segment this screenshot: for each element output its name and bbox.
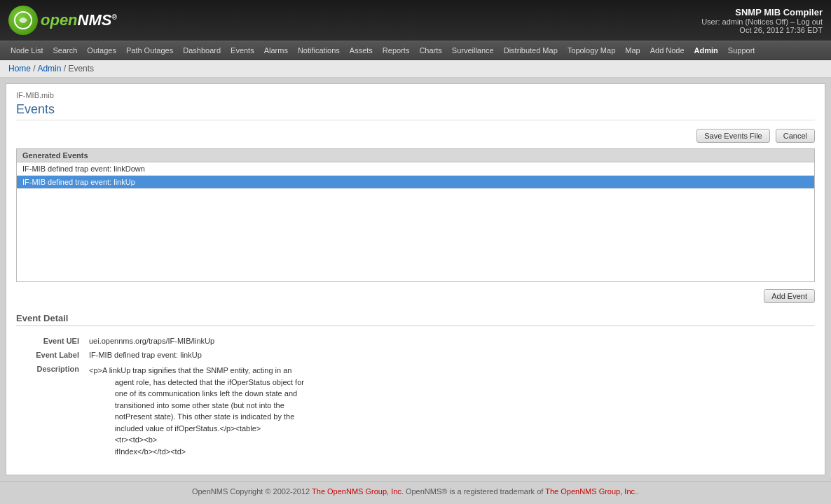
main-nav: Node List Search Outages Path Outages Da… bbox=[0, 41, 831, 60]
uei-row: Event UEI uei.opennms.org/traps/IF-MIB/l… bbox=[18, 335, 813, 347]
uei-value: uei.opennms.org/traps/IF-MIB/linkUp bbox=[89, 335, 813, 347]
events-panel: Generated Events IF-MIB defined trap eve… bbox=[16, 148, 815, 282]
nav-support[interactable]: Support bbox=[723, 41, 760, 60]
logo-circle bbox=[8, 6, 38, 35]
nav-topology-map[interactable]: Topology Map bbox=[563, 41, 621, 60]
description-row: Description <p>A linkUp trap signifies t… bbox=[18, 363, 813, 459]
nav-assets[interactable]: Assets bbox=[345, 41, 378, 60]
event-item-linkdown[interactable]: IF-MIB defined trap event: linkDown bbox=[17, 162, 814, 176]
breadcrumb-admin[interactable]: Admin bbox=[37, 64, 61, 74]
nav-admin[interactable]: Admin bbox=[689, 41, 723, 60]
page-title-header: SNMP MIB Compiler bbox=[701, 7, 823, 18]
breadcrumb-home[interactable]: Home bbox=[8, 64, 31, 74]
description-text: <p>A linkUp trap signifies that the SNMP… bbox=[89, 365, 813, 457]
nav-charts[interactable]: Charts bbox=[414, 41, 446, 60]
event-list: IF-MIB defined trap event: linkDown IF-M… bbox=[17, 162, 814, 281]
nav-outages[interactable]: Outages bbox=[82, 41, 121, 60]
logo-nms: NMS bbox=[78, 11, 112, 29]
section-title: Events bbox=[16, 102, 815, 120]
breadcrumb: Home / Admin / Events bbox=[0, 60, 831, 78]
logo-open: open bbox=[41, 11, 78, 29]
event-detail-table: Event UEI uei.opennms.org/traps/IF-MIB/l… bbox=[16, 333, 815, 461]
nav-search[interactable]: Search bbox=[48, 41, 82, 60]
nav-surveillance[interactable]: Surveillance bbox=[447, 41, 499, 60]
logo-text: openNMS® bbox=[41, 11, 117, 29]
nav-path-outages[interactable]: Path Outages bbox=[121, 41, 178, 60]
footer-link1[interactable]: The OpenNMS Group, Inc. bbox=[312, 487, 404, 496]
nav-distributed-map[interactable]: Distributed Map bbox=[499, 41, 563, 60]
footer-link2[interactable]: The OpenNMS Group, Inc. bbox=[545, 487, 637, 496]
event-label-row: Event Label IF-MIB defined trap event: l… bbox=[18, 349, 813, 361]
footer-period: . bbox=[637, 487, 639, 496]
footer-text: OpenNMS Copyright © 2002-2012 bbox=[192, 487, 312, 496]
event-detail-header: Event Detail bbox=[16, 313, 815, 326]
datetime: Oct 26, 2012 17:36 EDT bbox=[701, 26, 823, 34]
page-footer: OpenNMS Copyright © 2002-2012 The OpenNM… bbox=[0, 481, 831, 501]
nav-events[interactable]: Events bbox=[226, 41, 259, 60]
logo-reg: ® bbox=[111, 13, 116, 21]
page-header: openNMS® SNMP MIB Compiler User: admin (… bbox=[0, 0, 831, 41]
main-content: IF-MIB.mib Events Save Events File Cance… bbox=[6, 83, 825, 475]
nav-alarms[interactable]: Alarms bbox=[259, 41, 293, 60]
save-events-file-button[interactable]: Save Events File bbox=[696, 129, 770, 143]
nav-dashboard[interactable]: Dashboard bbox=[178, 41, 226, 60]
breadcrumb-current: Events bbox=[68, 64, 94, 74]
user-info: User: admin (Notices Off) – Log out bbox=[701, 18, 823, 26]
description-label: Description bbox=[18, 363, 88, 459]
nav-notifications[interactable]: Notifications bbox=[293, 41, 345, 60]
description-value: <p>A linkUp trap signifies that the SNMP… bbox=[89, 363, 813, 459]
nav-add-node[interactable]: Add Node bbox=[645, 41, 689, 60]
event-label-label: Event Label bbox=[18, 349, 88, 361]
mib-filename: IF-MIB.mib bbox=[16, 91, 815, 99]
nav-reports[interactable]: Reports bbox=[378, 41, 415, 60]
nav-node-list[interactable]: Node List bbox=[6, 41, 48, 60]
header-info: SNMP MIB Compiler User: admin (Notices O… bbox=[701, 7, 823, 34]
nav-map[interactable]: Map bbox=[620, 41, 645, 60]
bottom-button-row: Add Event bbox=[16, 289, 815, 303]
footer-middle: OpenNMS® is a registered trademark of bbox=[404, 487, 545, 496]
generated-events-header: Generated Events bbox=[17, 149, 814, 162]
event-item-linkup[interactable]: IF-MIB defined trap event: linkUp bbox=[17, 176, 814, 189]
logo[interactable]: openNMS® bbox=[8, 6, 117, 35]
event-label-value: IF-MIB defined trap event: linkUp bbox=[89, 349, 813, 361]
top-button-row: Save Events File Cancel bbox=[16, 129, 815, 143]
uei-label: Event UEI bbox=[18, 335, 88, 347]
add-event-button[interactable]: Add Event bbox=[764, 289, 815, 303]
cancel-button[interactable]: Cancel bbox=[776, 129, 815, 143]
